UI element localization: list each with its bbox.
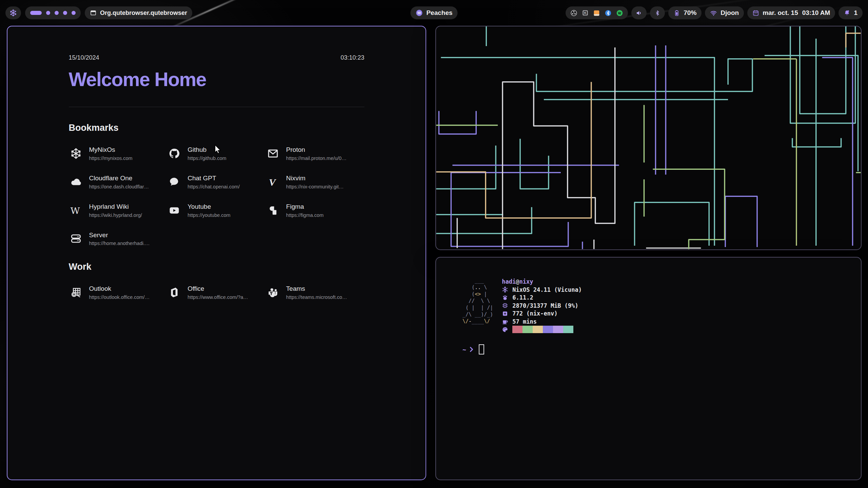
section-heading-work: Work <box>69 262 364 272</box>
bookmark-text: Nixvimhttps://nix-community.git… <box>286 175 344 189</box>
fastfetch-snowflake-row: NixOS 24.11 (Vicuna) <box>502 286 582 294</box>
bookmark-text: Chat GPThttps://chat.openai.com/ <box>188 175 240 189</box>
bookmark-text: Outlookhttps://outlook.office.com/… <box>89 285 150 300</box>
bookmark-text: Youtubehttps://youtube.com <box>188 203 231 218</box>
battery-pill[interactable]: 70% <box>668 6 702 19</box>
obs-icon[interactable] <box>570 9 577 17</box>
clock-time: 03:10 AM <box>802 9 830 17</box>
bookmark-url: https://youtube.com <box>188 212 231 218</box>
fastfetch-output: ___ (.. \ (<> | // \ \ ( | | /| _/\ __)/… <box>462 277 851 333</box>
system-tray: K <box>566 6 628 19</box>
palette-swatch <box>553 326 563 333</box>
battery-percent: 70% <box>684 9 696 17</box>
bookmark-grid: Outlookhttps://outlook.office.com/…Offic… <box>69 285 364 300</box>
chatgpt-icon <box>167 175 181 189</box>
palette-icon <box>502 326 508 333</box>
nixos-logo-icon <box>9 9 17 17</box>
bookmark-item-proton[interactable]: Protonhttps://mail.proton.me/u/0… <box>266 146 364 161</box>
startpage-sections: BookmarksMyNixOshttps://mynixos.comGithu… <box>69 123 364 300</box>
workspace-1[interactable] <box>30 11 42 15</box>
wiki-icon: W <box>69 203 83 218</box>
bookmark-name: Github <box>188 146 226 154</box>
tux-ascii-art: ___ (.. \ (<> | // \ \ ( | | /| _/\ __)/… <box>462 277 493 333</box>
bookmark-url: https://mynixos.com <box>89 156 133 161</box>
bookmark-item-chat-gpt[interactable]: Chat GPThttps://chat.openai.com/ <box>167 175 266 189</box>
fastfetch-value: 2870/31377 MiB (9%) <box>512 302 578 309</box>
fastfetch-uptime-row: 57 mins <box>502 318 582 326</box>
bookmark-item-cloudflare-one[interactable]: Cloudflare Onehttps://one.dash.cloudflar… <box>69 175 167 189</box>
palette-swatch <box>563 326 573 333</box>
bookmark-item-figma[interactable]: Figmahttps://figma.com <box>266 203 364 218</box>
palette-swatch <box>522 326 533 333</box>
workspace-3[interactable] <box>55 11 59 15</box>
teams-icon <box>266 285 280 300</box>
bookmark-item-youtube[interactable]: Youtubehttps://youtube.com <box>167 203 266 218</box>
spotify-tray-icon[interactable] <box>616 9 623 17</box>
fastfetch-kernel-row: 6.11.2 <box>502 294 582 302</box>
bookmark-item-teams[interactable]: Teamshttps://teams.microsoft.co… <box>266 285 364 300</box>
bookmark-item-github[interactable]: Githubhttps://github.com <box>167 146 266 161</box>
workspace-5[interactable] <box>72 11 76 15</box>
kernel-icon <box>502 294 508 301</box>
bookmark-url: https://outlook.office.com/… <box>89 294 150 300</box>
bookmark-item-outlook[interactable]: Outlookhttps://outlook.office.com/… <box>69 285 167 300</box>
bookmark-item-server[interactable]: Serverhttps://home.anotherhadi.… <box>69 231 167 246</box>
fastfetch-memory-row: 2870/31377 MiB (9%) <box>502 302 582 310</box>
bookmark-url: https://figma.com <box>286 212 323 218</box>
svg-text:K: K <box>584 11 587 15</box>
bookmark-text: Serverhttps://home.anotherhadi.… <box>89 231 150 246</box>
notifications-pill[interactable]: 1 <box>839 6 863 19</box>
keepassxc-icon[interactable]: K <box>582 9 589 16</box>
qutebrowser-window: 15/10/2024 03:10:23 Welcome Home Bookmar… <box>7 26 426 480</box>
uptime-icon <box>502 318 508 325</box>
bookmark-text: MyNixOshttps://mynixos.com <box>89 146 133 161</box>
bluetooth-tray-icon[interactable] <box>605 9 612 17</box>
bookmark-name: Teams <box>286 285 347 292</box>
bookmark-text: Figmahttps://figma.com <box>286 203 323 218</box>
office-icon <box>167 285 181 300</box>
username: hadi <box>502 278 516 285</box>
workspaces <box>25 6 81 19</box>
window-icon <box>90 9 97 16</box>
bookmark-text: Cloudflare Onehttps://one.dash.cloudflar… <box>89 175 149 189</box>
wifi-pill[interactable]: Djoon <box>705 6 744 19</box>
bookmark-url: https://www.office.com/?a… <box>188 294 248 300</box>
files-icon[interactable] <box>593 9 600 17</box>
bookmark-item-mynixos[interactable]: MyNixOshttps://mynixos.com <box>69 146 167 161</box>
nixvim-icon: V <box>266 175 280 189</box>
bookmark-text: Officehttps://www.office.com/?a… <box>188 285 248 300</box>
bookmark-item-office[interactable]: Officehttps://www.office.com/?a… <box>167 285 266 300</box>
section-heading-bookmarks: Bookmarks <box>69 123 364 133</box>
bookmark-name: Outlook <box>89 285 150 292</box>
bookmark-item-nixvim[interactable]: VNixvimhttps://nix-community.git… <box>266 175 364 189</box>
palette-swatch <box>512 326 522 333</box>
workspace-2[interactable] <box>46 11 50 15</box>
prompt-directory: ~ <box>462 346 466 353</box>
bookmark-url: https://home.anotherhadi.… <box>89 241 150 246</box>
wifi-icon <box>710 9 717 17</box>
cloudflare-icon <box>69 175 83 189</box>
bookmark-name: Youtube <box>188 203 231 210</box>
bookmark-name: Cloudflare One <box>89 175 149 182</box>
fastfetch-rows: NixOS 24.11 (Vicuna)6.11.22870/31377 MiB… <box>502 286 582 333</box>
snowflake-icon <box>502 286 508 293</box>
active-window-pill[interactable]: Org.qutebrowser.qutebrowser <box>85 6 192 19</box>
media-player-pill[interactable]: Peaches <box>410 6 457 19</box>
bookmark-item-hyprland-wiki[interactable]: WHyprland Wikihttps://wiki.hyprland.org/ <box>69 203 167 218</box>
bookmark-url: https://one.dash.cloudflar… <box>89 184 149 189</box>
shell-prompt[interactable]: ~ <box>462 344 851 354</box>
top-bar: Org.qutebrowser.qutebrowser Peaches K <box>0 0 868 26</box>
volume-pill[interactable] <box>631 6 647 19</box>
bookmark-url: https://teams.microsoft.co… <box>286 294 347 300</box>
bell-icon <box>844 9 850 16</box>
bluetooth-pill[interactable] <box>650 6 665 19</box>
terminal-color-palette <box>512 326 573 333</box>
notification-count: 1 <box>854 9 857 17</box>
terminal-window[interactable]: ___ (.. \ (<> | // \ \ ( | | /| _/\ __)/… <box>435 257 862 480</box>
clock-date: mar. oct. 15 <box>763 9 798 17</box>
workspace-4[interactable] <box>63 11 67 15</box>
bookmark-url: https://wiki.hyprland.org/ <box>89 212 142 218</box>
nixos-launcher-button[interactable] <box>5 6 21 19</box>
clock-pill[interactable]: mar. oct. 15 03:10 AM <box>747 6 835 19</box>
fastfetch-value: NixOS 24.11 (Vicuna) <box>512 286 582 293</box>
